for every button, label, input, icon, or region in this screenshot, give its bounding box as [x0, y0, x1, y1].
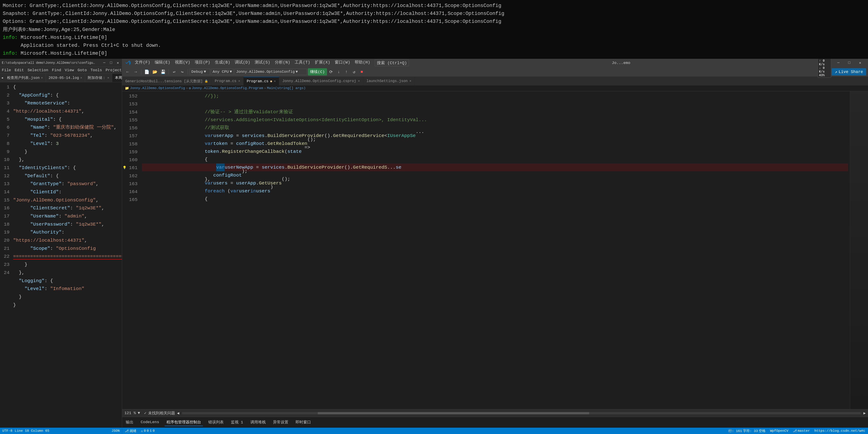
panel-tab-exceptions[interactable]: 异常设置 — [271, 419, 290, 426]
vs-bottom-panel: 输出 CodeLens 程序包管理器控制台 错误列表 监视 1 调用堆栈 异常设… — [122, 417, 868, 428]
vs-tab-3[interactable]: Jonny.AllDemo.OptionsConfig.csproj × — [279, 77, 363, 86]
status-line-col[interactable]: 行: 161 字符: 33 空格 — [727, 428, 767, 434]
horizontal-scrollbar[interactable] — [182, 412, 861, 414]
code-content-left[interactable]: { "AppConfig": { "RemoteService": "http:… — [11, 82, 122, 428]
menu-build-vs[interactable]: 生成(B) — [215, 60, 230, 66]
menu-help-vs[interactable]: 帮助(H) — [354, 60, 370, 66]
status-url[interactable]: https://blog.csdn.net/w#c — [813, 428, 866, 434]
warning-count: 0 — [147, 429, 149, 433]
status-col-label: 字符: 33 — [743, 429, 758, 433]
vs-menu: 文件(F) 编辑(E) 视图(V) 项目(P) 生成(B) 调试(D) 测试(S… — [135, 60, 409, 66]
vs-gutter: 152 153 154 155 156 157 158 159 160 💡 16… — [122, 91, 140, 409]
menu-selection[interactable]: Selection — [28, 68, 49, 72]
menu-file-vs[interactable]: 文件(F) — [135, 60, 150, 66]
scroll-left[interactable]: ◀ — [177, 411, 179, 415]
panel-tab-watch[interactable]: 监视 1 — [229, 419, 245, 426]
cpu-selector[interactable]: Any CPU ▼ — [211, 69, 234, 75]
left-tab-3[interactable]: 本周工作情况 × — [112, 74, 122, 82]
menu-ext-vs[interactable]: 扩展(X) — [315, 60, 330, 66]
status-wpf[interactable]: WpfOpenCV — [769, 428, 789, 434]
main-container: E:\studyspace\all demo\Jonny.AllDemo\src… — [0, 59, 868, 434]
breadcrumb-method[interactable]: Main(string[] args) — [267, 86, 306, 90]
close-button[interactable]: ✕ — [116, 61, 120, 65]
forward-btn[interactable]: → — [132, 68, 139, 75]
menu-window-vs[interactable]: 窗口(W) — [335, 60, 350, 66]
left-title-bar: E:\studyspace\all demo\Jonny.AllDemo\src… — [0, 59, 122, 67]
stop-btn[interactable]: ■ — [358, 68, 366, 75]
vs-tab-4-close[interactable]: × — [410, 79, 411, 83]
open-btn[interactable]: 📂 — [151, 68, 158, 75]
save-btn[interactable]: 💾 — [159, 68, 167, 75]
status-errors-count[interactable]: ⚠ 0 0 1 0 — [140, 428, 156, 434]
redo-btn[interactable]: ↪ — [179, 68, 186, 75]
left-tab-0-close[interactable]: × — [41, 76, 43, 80]
menu-project-vs[interactable]: 项目(P) — [195, 60, 210, 66]
left-tab-2[interactable]: 附加存储： × — [85, 74, 112, 82]
scroll-right[interactable]: ▶ — [864, 411, 866, 415]
vs-editor[interactable]: 152 153 154 155 156 157 158 159 160 💡 16… — [122, 91, 868, 409]
undo-btn[interactable]: ↩ — [170, 68, 178, 75]
debug-controls: 继续(C) ⟳ ↓ ↑ ↺ ■ — [308, 68, 366, 75]
menu-goto[interactable]: Goto — [78, 68, 87, 72]
menu-test-vs[interactable]: 测试(S) — [255, 60, 270, 66]
minimap[interactable] — [850, 91, 868, 409]
live-share-button[interactable]: ↗ Live Share — [832, 68, 866, 75]
left-status-filetype: JSON — [112, 429, 120, 433]
minimize-button[interactable]: ─ — [102, 61, 106, 65]
vs-tab-2-close[interactable]: × — [274, 79, 276, 83]
menu-debug-vs[interactable]: 调试(D) — [235, 60, 250, 66]
menu-tools-vs[interactable]: 工具(T) — [295, 60, 310, 66]
menu-tools[interactable]: Tools — [90, 68, 102, 72]
left-tab-2-close[interactable]: × — [107, 76, 109, 80]
vs-tab-4[interactable]: launchSettings.json × — [363, 77, 415, 86]
menu-find[interactable]: Find — [52, 68, 61, 72]
panel-tab-errors[interactable]: 错误列表 — [207, 419, 225, 426]
step-into-btn[interactable]: ↓ — [335, 68, 342, 75]
menu-view-vs[interactable]: 视图(V) — [175, 60, 190, 66]
step-over-btn[interactable]: ⟳ — [328, 68, 335, 75]
tab-prev[interactable]: ◀ — [0, 74, 4, 82]
left-tab-3-label: 本周工作情况 — [115, 75, 122, 80]
live-share-icon: ↗ — [835, 69, 837, 74]
menu-edit[interactable]: Edit — [15, 68, 24, 72]
vs-tabs: GenericHostBuil...tensions [从元数据] 🔒 Prog… — [122, 77, 868, 86]
debug-mode-selector[interactable]: Debug ▼ — [190, 69, 210, 75]
menu-project[interactable]: Project — [105, 68, 122, 72]
menu-view[interactable]: View — [65, 68, 74, 72]
panel-tab-output[interactable]: 输出 — [124, 419, 135, 426]
menu-analyze-vs[interactable]: 分析(N) — [275, 60, 290, 66]
vs-code-content[interactable]: //}); //验证-- > 通过注册Validator来验证 //servic… — [140, 91, 850, 409]
vs-tab-1[interactable]: Program.cs × — [212, 77, 243, 86]
code-line-155: //services.AddSingleton<IValidateOptions… — [142, 116, 848, 124]
vs-logo-icon — [125, 60, 131, 66]
panel-tab-pkg[interactable]: 程序包管理器控制台 — [165, 419, 203, 426]
vs-tab-2[interactable]: Program.cs × — [244, 77, 279, 86]
terminal-line-1: Monitor: GrantType:,ClientId:Jonny.AllDe… — [3, 2, 865, 10]
panel-tab-callstack[interactable]: 调用堆栈 — [249, 419, 268, 426]
menu-file[interactable]: File — [2, 68, 11, 72]
restart-btn[interactable]: ↺ — [350, 68, 358, 75]
vs-tab-1-close[interactable]: × — [238, 79, 240, 83]
back-btn[interactable]: ← — [124, 68, 131, 75]
continue-btn[interactable]: 继续(C) — [308, 68, 327, 75]
step-out-btn[interactable]: ↑ — [343, 68, 350, 75]
new-project-btn[interactable]: 📄 — [143, 68, 150, 75]
vs-tab-3-close[interactable]: × — [358, 79, 360, 83]
status-master[interactable]: ⎇ master — [792, 428, 811, 434]
left-tab-1-close[interactable]: × — [80, 76, 82, 80]
left-tab-1[interactable]: 2020-05-14.log × — [46, 74, 85, 82]
panel-tab-codelens[interactable]: CodeLens — [139, 419, 161, 426]
menu-edit-vs[interactable]: 编辑(E) — [155, 60, 170, 66]
panel-tab-immediate[interactable]: 即时窗口 — [294, 419, 313, 426]
breadcrumb-namespace[interactable]: Jonny.AllDemo.OptionsConfig.Program — [192, 86, 263, 90]
vs-tab-0[interactable]: GenericHostBuil...tensions [从元数据] 🔒 — [122, 77, 212, 86]
config-selector[interactable]: Jonny.AllDemo.OptionsConfig ▼ — [235, 69, 307, 75]
left-tab-0[interactable]: 检查用户列表.json × — [4, 74, 46, 82]
left-status-line: Line 18 Column 65 — [15, 429, 49, 433]
maximize-button[interactable]: □ — [109, 61, 113, 65]
zoom-sep: ▼ — [138, 411, 140, 415]
status-branch[interactable]: ⎇ 就绪 — [124, 428, 137, 434]
search-field[interactable]: 搜索 (Ctrl+Q) — [375, 60, 409, 66]
breadcrumb-project[interactable]: Jonny.AllDemo.OptionsConfig — [130, 86, 185, 90]
debug-mode-label: Debug — [191, 70, 203, 74]
